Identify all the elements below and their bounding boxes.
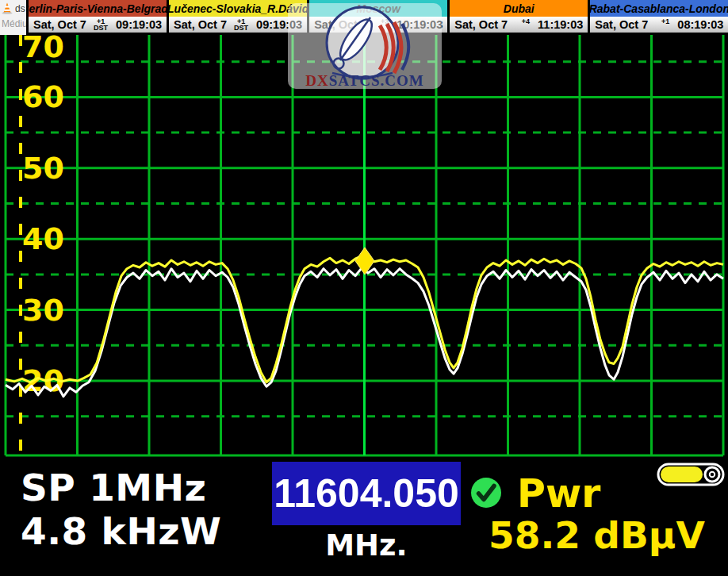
panel-offset-value: +4 [522,18,530,25]
city-name: Lučenec-Slovakia_R.Dávid [169,0,307,17]
panel-time: 08:19:03 [677,18,723,31]
panel-date: Sat, Oct 7 [33,18,86,31]
background-window-title: ds [15,3,25,14]
panel-time-row: Sat, Oct 7 +4 11:19:03 [450,17,588,35]
dxsatcs-logo-icon: DXSATCS.COM [288,3,442,89]
panel-utc-offset: +1 DST [94,18,108,31]
background-window: ds Médiu [0,0,26,35]
battery-icon [657,463,725,486]
y-axis-label: 40 [22,221,64,256]
city-name: Berlin-Paris-Vienna-Belgrade [29,0,167,17]
power-value: 58.2 dBµV [489,513,705,557]
clock-panel: Berlin-Paris-Vienna-Belgrade Sat, Oct 7 … [26,0,167,35]
readout-band: SP 1MHz 4.8 kHzW 11604.050 MHz. Pwr 58.2… [0,458,728,576]
city-name: Dubai [450,0,588,17]
panel-time-row: Sat, Oct 7 +1 08:19:03 [590,17,728,35]
clock-panel: Lučenec-Slovakia_R.Dávid Sat, Oct 7 +1 D… [167,0,307,35]
frequency-unit-label: MHz. [272,528,461,563]
lock-ok-icon [470,477,502,509]
panel-time: 09:19:03 [116,18,162,31]
resolution-bandwidth-value: 4.8 kHzW [21,509,221,553]
panel-utc-offset: +4 [522,18,530,25]
y-axis-label: 30 [22,293,64,328]
clock-panel: Rabat-Casablanca-London Sat, Oct 7 +1 08… [588,0,728,35]
span-bandwidth-readout: SP 1MHz 4.8 kHzW [21,466,221,553]
panel-date: Sat, Oct 7 [454,18,508,31]
city-name: Rabat-Casablanca-London [590,0,728,17]
sat-meter-screen: ds Médiu Berlin-Paris-Vienna-Belgrade Sa… [0,0,728,576]
power-label: Pwr [517,471,600,516]
panel-offset-value: +1 [661,18,669,25]
y-axis-label: 50 [22,151,64,186]
spectrum-plot: 706050403020 [0,35,728,459]
panel-date: Sat, Oct 7 [595,18,648,31]
panel-utc-offset: +1 [661,18,669,25]
panel-utc-offset: +1 DST [234,18,248,31]
background-window-titlebar: ds [0,0,26,14]
span-value: SP 1MHz [21,466,221,509]
panel-time-row: Sat, Oct 7 +1 DST 09:19:03 [29,17,167,35]
panel-date: Sat, Oct 7 [174,18,227,31]
panel-dst-label: DST [94,25,108,31]
panel-time-row: Sat, Oct 7 +1 DST 09:19:03 [169,17,307,35]
vlc-cone-icon [2,2,13,14]
y-axis-label: 60 [22,79,64,114]
clock-panel: Dubai Sat, Oct 7 +4 11:19:03 [447,0,588,35]
y-axis-label: 70 [22,35,64,64]
panel-time: 11:19:03 [538,18,583,31]
watermark-brand-text: DXSATCS.COM [305,72,423,89]
dxsatcs-watermark: DXSATCS.COM [288,3,442,89]
background-window-menu-item[interactable]: Médiu [0,14,26,29]
panel-dst-label: DST [234,25,248,31]
frequency-input[interactable]: 11604.050 [272,462,461,525]
